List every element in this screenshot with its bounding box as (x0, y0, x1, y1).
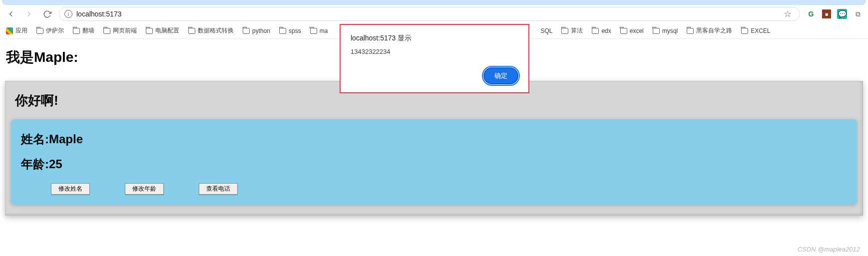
extension-icon-1[interactable]: G (806, 9, 816, 19)
folder-icon (243, 28, 250, 34)
dialog-message: 13432322234 (351, 48, 518, 55)
folder-icon (741, 28, 748, 34)
watermark: CSDN @maplea2012 (798, 246, 860, 253)
apps-label: 应用 (15, 26, 27, 35)
age-value: 25 (49, 157, 62, 171)
bookmark-folder[interactable]: edx (592, 27, 611, 34)
folder-icon (73, 28, 80, 34)
dialog-button-row: 确定 (351, 67, 518, 84)
bookmark-folder[interactable]: 数据格式转换 (188, 26, 234, 35)
back-button[interactable] (5, 8, 17, 20)
browser-toolbar: i localhost:5173 ☆ G ■ 💬 ⧉ (0, 5, 868, 23)
reload-button[interactable] (41, 8, 53, 20)
folder-icon (36, 28, 43, 34)
folder-icon (561, 28, 568, 34)
age-label: 年龄: (21, 157, 49, 171)
bookmark-folder[interactable]: excel (620, 27, 644, 34)
forward-button[interactable] (23, 8, 35, 20)
window-tab-strip (2, 0, 866, 5)
apps-shortcut[interactable]: 应用 (6, 26, 27, 35)
info-card: 姓名:Maple 年龄:25 修改姓名 修改年龄 查看电话 (11, 119, 857, 205)
url-text: localhost:5173 (76, 10, 780, 18)
folder-icon (687, 28, 694, 34)
bookmark-folder[interactable]: SQL (540, 27, 552, 34)
apps-icon (6, 27, 13, 34)
extension-icon-2[interactable]: ■ (822, 9, 831, 18)
bookmark-folder[interactable]: 伊萨尔 (36, 26, 64, 35)
address-bar[interactable]: i localhost:5173 ☆ (59, 7, 800, 21)
name-value: Maple (49, 132, 83, 146)
edit-name-button[interactable]: 修改姓名 (51, 183, 90, 195)
dialog-title: localhost:5173 显示 (351, 34, 518, 43)
bookmark-folder[interactable]: 翻墙 (73, 26, 94, 35)
alert-dialog: localhost:5173 显示 13432322234 确定 (340, 24, 529, 93)
button-row: 修改姓名 修改年龄 查看电话 (21, 183, 847, 195)
folder-icon (103, 28, 110, 34)
bookmark-folder[interactable]: ma (310, 27, 328, 34)
folder-icon (653, 28, 660, 34)
age-row: 年龄:25 (21, 156, 847, 172)
greeting-title: 你好啊! (15, 92, 853, 109)
bookmark-folder[interactable]: EXCEL (741, 27, 770, 34)
name-label: 姓名: (21, 132, 49, 146)
edit-age-button[interactable]: 修改年龄 (125, 183, 164, 195)
folder-icon (620, 28, 627, 34)
folder-icon (279, 28, 286, 34)
bookmark-folder[interactable]: spss (279, 27, 301, 34)
bookmark-folder[interactable]: 网页前端 (103, 26, 137, 35)
folder-icon (592, 28, 599, 34)
bookmark-folder[interactable]: python (243, 27, 270, 34)
view-phone-button[interactable]: 查看电话 (199, 183, 238, 195)
site-info-icon[interactable]: i (64, 10, 72, 18)
bookmark-folder[interactable]: mysql (653, 27, 678, 34)
bookmark-folder[interactable]: 电脑配置 (146, 26, 179, 35)
bookmark-folder[interactable]: 黑客自学之路 (687, 26, 732, 35)
folder-icon (188, 28, 195, 34)
outer-card: 你好啊! 姓名:Maple 年龄:25 修改姓名 修改年龄 查看电话 (5, 81, 863, 216)
extension-icon-3[interactable]: 💬 (837, 9, 847, 19)
bookmark-folder[interactable]: 算法 (561, 26, 583, 35)
folder-icon (310, 28, 317, 34)
bookmark-star-icon[interactable]: ☆ (784, 8, 792, 19)
name-row: 姓名:Maple (21, 131, 847, 147)
folder-icon (146, 28, 153, 34)
dialog-ok-button[interactable]: 确定 (483, 67, 518, 84)
extensions-puzzle-icon[interactable]: ⧉ (853, 9, 863, 19)
